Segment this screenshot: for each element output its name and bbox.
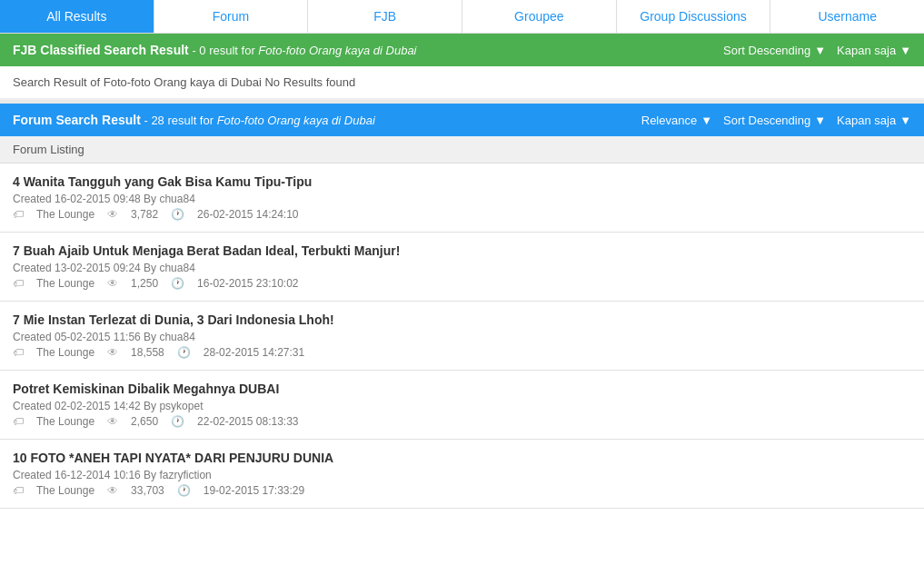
forum-item-meta: Created 16-12-2014 10:16 By fazryfiction (13, 469, 911, 481)
fjb-header-left: FJB Classified Search Result - 0 result … (13, 43, 417, 57)
forum-item-views: 33,703 (131, 484, 164, 497)
forum-filter-label: Kapan saja (837, 114, 896, 127)
forum-sort-btn[interactable]: Sort Descending ▼ (723, 114, 826, 127)
fjb-filter-label: Kapan saja (837, 44, 896, 57)
forum-header-left: Forum Search Result - 28 result for Foto… (13, 113, 375, 127)
fjb-filter-btn[interactable]: Kapan saja ▼ (837, 44, 911, 57)
forum-item-title[interactable]: Potret Kemiskinan Dibalik Megahnya DUBAI (13, 382, 911, 396)
tab-groupee[interactable]: Groupee (462, 0, 617, 33)
forum-item-views: 1,250 (131, 277, 158, 290)
forum-sort-chevron-icon: ▼ (814, 114, 826, 127)
table-row: 7 Buah Ajaib Untuk Menjaga Berat Badan I… (0, 233, 924, 302)
forum-item-title[interactable]: 7 Mie Instan Terlezat di Dunia, 3 Dari I… (13, 312, 911, 327)
forum-items-list: 4 Wanita Tangguh yang Gak Bisa Kamu Tipu… (0, 164, 924, 509)
forum-result-prefix: - 28 result for (144, 114, 214, 127)
tab-username[interactable]: Username (770, 0, 924, 33)
forum-relevance-chevron-icon: ▼ (700, 114, 712, 127)
forum-filter-chevron-icon: ▼ (899, 114, 911, 127)
forum-item-meta: Created 05-02-2015 11:56 By chua84 (13, 331, 911, 343)
forum-section-header: Forum Search Result - 28 result for Foto… (0, 104, 924, 136)
table-row: 10 FOTO *ANEH TAPI NYATA* DARI PENJURU D… (0, 440, 924, 509)
tag-icon: 🏷 (13, 208, 24, 221)
tag-icon: 🏷 (13, 346, 24, 359)
forum-item-tag: The Lounge (36, 415, 94, 428)
forum-item-meta: Created 02-02-2015 14:42 By psykopet (13, 400, 911, 412)
tag-icon: 🏷 (13, 484, 24, 497)
forum-listing-label: Forum Listing (0, 136, 924, 164)
forum-item-time: 28-02-2015 14:27:31 (204, 346, 304, 359)
forum-item-title[interactable]: 7 Buah Ajaib Untuk Menjaga Berat Badan I… (13, 243, 911, 258)
fjb-sort-label: Sort Descending (723, 44, 810, 57)
tag-icon: 🏷 (13, 415, 24, 428)
eye-icon: 👁 (107, 277, 118, 290)
fjb-sort-descending-btn[interactable]: Sort Descending ▼ (723, 44, 826, 57)
fjb-result-prefix: - 0 result for (192, 44, 254, 57)
clock-icon: 🕐 (177, 346, 191, 359)
forum-item-views: 3,782 (131, 208, 158, 221)
eye-icon: 👁 (107, 208, 118, 221)
clock-icon: 🕐 (177, 484, 191, 497)
clock-icon: 🕐 (171, 208, 184, 221)
tab-fjb[interactable]: FJB (308, 0, 462, 33)
forum-listing-text: Forum Listing (13, 143, 84, 156)
forum-query: Foto-foto Orang kaya di Dubai (217, 114, 375, 127)
forum-item-time: 26-02-2015 14:24:10 (197, 208, 298, 221)
eye-icon: 👁 (107, 346, 118, 359)
fjb-no-result-text: Search Result of Foto-foto Orang kaya di… (13, 75, 355, 89)
tag-icon: 🏷 (13, 277, 24, 290)
fjb-sort-chevron-icon: ▼ (814, 44, 826, 57)
tab-group-discussions[interactable]: Group Discussions (617, 0, 771, 33)
forum-item-meta: Created 16-02-2015 09:48 By chua84 (13, 193, 911, 205)
clock-icon: 🕐 (171, 277, 184, 290)
fjb-section-header: FJB Classified Search Result - 0 result … (0, 34, 924, 66)
table-row: Potret Kemiskinan Dibalik Megahnya DUBAI… (0, 371, 924, 440)
forum-item-time: 19-02-2015 17:33:29 (204, 484, 304, 497)
forum-item-stats: 🏷 The Lounge 👁 3,782 🕐 26-02-2015 14:24:… (13, 208, 911, 221)
clock-icon: 🕐 (171, 415, 184, 428)
fjb-no-result: Search Result of Foto-foto Orang kaya di… (0, 66, 924, 100)
forum-filter-btn[interactable]: Kapan saja ▼ (837, 114, 911, 127)
forum-item-tag: The Lounge (36, 346, 94, 359)
forum-title: Forum Search Result (13, 113, 141, 127)
forum-item-stats: 🏷 The Lounge 👁 33,703 🕐 19-02-2015 17:33… (13, 484, 911, 497)
eye-icon: 👁 (107, 415, 118, 428)
forum-item-meta: Created 13-02-2015 09:24 By chua84 (13, 262, 911, 274)
tabs-bar: All Results Forum FJB Groupee Group Disc… (0, 0, 924, 34)
fjb-filter-chevron-icon: ▼ (899, 44, 911, 57)
tab-all-results[interactable]: All Results (0, 0, 154, 33)
fjb-query: Foto-foto Orang kaya di Dubai (258, 44, 416, 57)
forum-item-stats: 🏷 The Lounge 👁 1,250 🕐 16-02-2015 23:10:… (13, 277, 911, 290)
forum-item-tag: The Lounge (36, 277, 94, 290)
forum-item-title[interactable]: 4 Wanita Tangguh yang Gak Bisa Kamu Tipu… (13, 174, 911, 189)
eye-icon: 👁 (107, 484, 118, 497)
forum-relevance-label: Relevance (641, 114, 697, 127)
forum-controls: Relevance ▼ Sort Descending ▼ Kapan saja… (641, 114, 911, 127)
table-row: 4 Wanita Tangguh yang Gak Bisa Kamu Tipu… (0, 164, 924, 233)
forum-item-stats: 🏷 The Lounge 👁 18,558 🕐 28-02-2015 14:27… (13, 346, 911, 359)
fjb-title: FJB Classified Search Result (13, 43, 189, 57)
fjb-controls: Sort Descending ▼ Kapan saja ▼ (723, 44, 911, 57)
table-row: 7 Mie Instan Terlezat di Dunia, 3 Dari I… (0, 302, 924, 371)
tab-forum[interactable]: Forum (154, 0, 309, 33)
forum-item-stats: 🏷 The Lounge 👁 2,650 🕐 22-02-2015 08:13:… (13, 415, 911, 428)
forum-item-title[interactable]: 10 FOTO *ANEH TAPI NYATA* DARI PENJURU D… (13, 451, 911, 465)
forum-item-time: 22-02-2015 08:13:33 (197, 415, 298, 428)
forum-item-tag: The Lounge (36, 484, 94, 497)
forum-item-tag: The Lounge (36, 208, 94, 221)
forum-item-time: 16-02-2015 23:10:02 (197, 277, 298, 290)
forum-sort-label: Sort Descending (723, 114, 810, 127)
forum-item-views: 18,558 (131, 346, 164, 359)
forum-item-views: 2,650 (131, 415, 158, 428)
forum-relevance-btn[interactable]: Relevance ▼ (641, 114, 712, 127)
